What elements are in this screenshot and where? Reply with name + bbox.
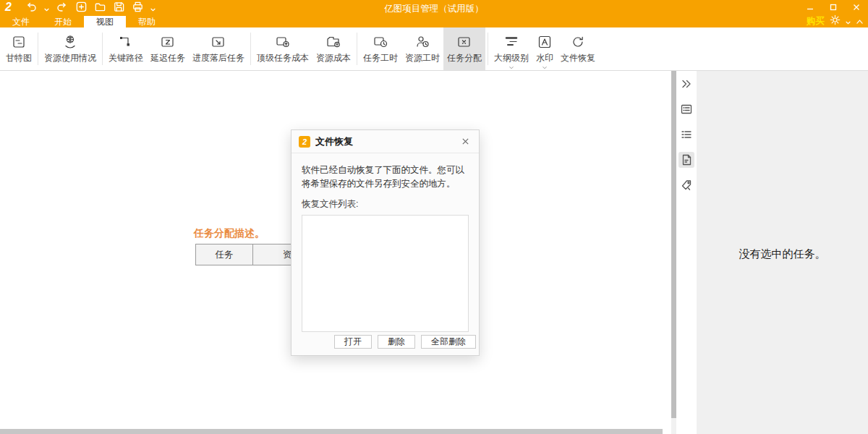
menu-tab-bar: 文件 开始 视图 帮助 — [0, 16, 868, 27]
ribbon-button-resource-cost[interactable]: 资源成本 — [312, 27, 354, 70]
buy-button[interactable]: 购买 — [807, 15, 825, 27]
edraw-logo-icon: 2 — [299, 136, 310, 148]
chevron-down-icon — [509, 66, 514, 69]
file-recovery-icon — [570, 34, 586, 50]
resource-cost-icon — [326, 34, 341, 50]
dialog-title: 文件恢复 — [315, 135, 353, 148]
gantt-chart-icon — [11, 34, 27, 50]
ribbon-button-delayed-tasks[interactable]: 延迟任务 — [147, 27, 189, 70]
titlebar-right-actions: 购买 — [807, 14, 864, 27]
minimize-button[interactable] — [799, 0, 822, 14]
recovery-file-list[interactable] — [302, 215, 469, 332]
ribbon-button-outline-level[interactable]: 大纲级别 — [490, 27, 532, 70]
outline-level-icon — [503, 34, 519, 50]
open-recovered-button[interactable]: 打开 — [334, 335, 372, 349]
file-recovery-dialog: 2 文件恢复 软件已经自动恢复了下面的文件。您可以将希望保存的文件另存到安全的地… — [291, 129, 480, 356]
ribbon-button-label: 大纲级别 — [494, 52, 529, 64]
tab-view[interactable]: 视图 — [84, 16, 126, 27]
ribbon-button-file-recovery[interactable]: 文件恢复 — [557, 27, 599, 70]
task-hours-icon — [373, 34, 388, 50]
ribbon-toolbar: 甘特图 资源使用情况 关键路径 延迟任务 进度落后任务 顶级任务成本 资源成本 — [0, 27, 868, 71]
resource-usage-icon — [62, 34, 78, 50]
collapse-ribbon-chevron-up-icon[interactable] — [856, 14, 864, 27]
ribbon-button-label: 甘特图 — [6, 52, 32, 64]
ribbon-group-separator — [250, 33, 251, 65]
settings-gear-icon[interactable] — [830, 14, 841, 28]
ribbon-button-label: 顶级任务成本 — [257, 52, 309, 64]
ribbon-group-separator — [102, 33, 103, 65]
right-sidebar-icon-strip — [676, 71, 697, 434]
collapse-panel-double-chevron-icon[interactable] — [678, 76, 694, 92]
watermark-icon — [537, 34, 553, 50]
page-panel-icon[interactable] — [678, 152, 694, 168]
delete-recovered-button[interactable]: 删除 — [378, 335, 415, 349]
task-detail-panel: 没有选中的任务。 — [697, 71, 868, 434]
table-header-task[interactable]: 任务 — [195, 244, 253, 265]
ribbon-button-resource-hours[interactable]: 资源工时 — [401, 27, 443, 70]
dialog-titlebar[interactable]: 2 文件恢复 — [292, 130, 479, 153]
ribbon-button-gantt-chart[interactable]: 甘特图 — [2, 27, 35, 70]
horizontal-scrollbar[interactable] — [0, 429, 663, 434]
delete-all-recovered-button[interactable]: 全部删除 — [421, 335, 476, 349]
titlebar: 2 亿图项目管理（试用版） — [0, 0, 868, 16]
ribbon-button-critical-path[interactable]: 关键路径 — [105, 27, 147, 70]
critical-path-icon — [118, 34, 134, 50]
ribbon-group-separator — [38, 33, 38, 65]
ribbon-group-separator — [357, 33, 357, 65]
vertical-scrollbar-thumb[interactable] — [671, 71, 676, 418]
dialog-close-button[interactable] — [459, 135, 472, 148]
ribbon-button-label: 资源工时 — [405, 52, 440, 64]
app-window: 2 亿图项目管理（试用版） 文件 开始 视图 帮助 购买 — [0, 0, 868, 434]
ribbon-button-label: 延迟任务 — [150, 52, 185, 64]
settings-chevron-down-icon[interactable] — [846, 14, 851, 27]
ribbon-button-label: 任务分配 — [447, 52, 482, 64]
close-button[interactable] — [845, 0, 868, 14]
top-task-cost-icon — [275, 34, 291, 50]
delayed-task-icon — [160, 34, 176, 50]
ribbon-button-behind-schedule-tasks[interactable]: 进度落后任务 — [189, 27, 248, 70]
ribbon-button-label: 水印 — [536, 52, 553, 64]
window-controls — [799, 0, 868, 14]
ribbon-button-task-hours[interactable]: 任务工时 — [359, 27, 401, 70]
ribbon-button-label: 资源使用情况 — [44, 52, 96, 64]
ribbon-button-label: 关键路径 — [109, 52, 143, 64]
task-assignment-icon — [456, 34, 472, 50]
chevron-down-icon — [542, 66, 548, 69]
horizontal-scrollbar-thumb[interactable] — [0, 429, 663, 434]
tab-home[interactable]: 开始 — [42, 16, 84, 27]
ribbon-button-top-task-cost[interactable]: 顶级任务成本 — [253, 27, 312, 70]
ribbon-button-resource-usage[interactable]: 资源使用情况 — [41, 27, 100, 70]
vertical-scrollbar[interactable] — [671, 71, 676, 434]
recovery-message: 软件已经自动恢复了下面的文件。您可以将希望保存的文件另存到安全的地方。 — [302, 163, 469, 192]
task-assignment-heading: 任务分配描述。 — [194, 227, 265, 240]
tab-file[interactable]: 文件 — [0, 16, 42, 27]
dialog-button-row: 打开 删除 全部删除 — [334, 335, 476, 349]
task-properties-panel-icon[interactable] — [678, 101, 694, 117]
ribbon-button-watermark[interactable]: 水印 — [532, 27, 557, 70]
ribbon-button-label: 进度落后任务 — [192, 52, 244, 64]
dialog-body: 软件已经自动恢复了下面的文件。您可以将希望保存的文件另存到安全的地方。 恢复文件… — [292, 153, 479, 332]
maximize-button[interactable] — [822, 0, 845, 14]
recovery-list-label: 恢复文件列表: — [302, 198, 469, 210]
ribbon-group-separator — [488, 33, 488, 65]
resource-hours-icon — [414, 34, 430, 50]
outline-list-panel-icon[interactable] — [678, 127, 694, 142]
ribbon-button-task-assignment[interactable]: 任务分配 — [443, 27, 485, 70]
style-tag-panel-icon[interactable] — [678, 177, 694, 193]
ribbon-button-label: 文件恢复 — [561, 52, 595, 64]
ribbon-button-label: 任务工时 — [363, 52, 398, 64]
ribbon-button-label: 资源成本 — [316, 52, 351, 64]
behind-schedule-task-icon — [210, 34, 226, 50]
tab-help[interactable]: 帮助 — [126, 16, 168, 27]
window-title: 亿图项目管理（试用版） — [0, 3, 868, 15]
no-task-selected-message: 没有选中的任务。 — [697, 247, 868, 261]
